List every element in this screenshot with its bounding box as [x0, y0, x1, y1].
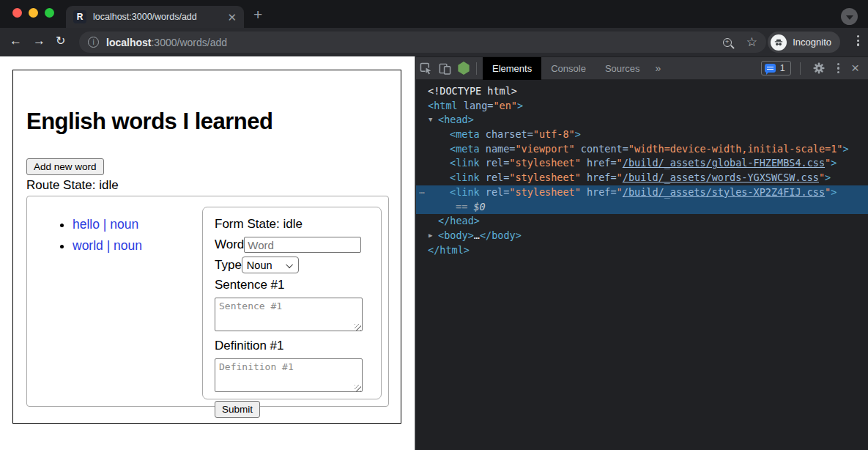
code-token-tag: >	[517, 100, 523, 111]
incognito-badge: Incognito	[768, 32, 840, 53]
devtools-tabs: ElementsConsoleSources	[483, 57, 650, 80]
code-token-tag: <body>	[438, 229, 474, 241]
collapse-arrow-icon[interactable]: ▼	[429, 113, 432, 128]
dom-node-selected[interactable]: …<link rel="stylesheet" href="/build/_as…	[416, 185, 868, 200]
word-label: Word	[215, 237, 244, 252]
code-token-attr: name=	[480, 143, 516, 155]
devtools-tab-sources[interactable]: Sources	[596, 57, 650, 80]
code-token-val: "	[825, 186, 831, 198]
maximize-window-button[interactable]	[45, 8, 54, 18]
browser-toolbar: ← → ↻ i localhost:3000/words/add + ☆ Inc…	[0, 28, 868, 56]
code-token-tag: <html	[428, 100, 458, 111]
forward-button[interactable]: →	[33, 34, 45, 48]
code-token-plain: <!DOCTYPE html>	[428, 85, 517, 97]
code-token-attr: href=	[581, 186, 617, 198]
code-token-eq2: $0	[473, 201, 485, 213]
back-button[interactable]: ←	[10, 34, 22, 48]
more-tabs-button[interactable]: »	[650, 62, 667, 74]
node-options-dots[interactable]: …	[419, 183, 425, 198]
dom-node-line[interactable]: </html>	[416, 243, 868, 258]
url-host: localhost	[106, 37, 151, 48]
page-viewport: English words I learned Add new word Rou…	[0, 56, 415, 450]
word-link[interactable]: world | noun	[73, 238, 142, 253]
expand-arrow-icon[interactable]: ▶	[429, 229, 432, 243]
minimize-window-button[interactable]	[29, 8, 38, 18]
code-token-val: "	[617, 157, 623, 169]
devtools-toolbar: ElementsConsoleSources » 1	[416, 57, 868, 80]
browser-menu-button[interactable]	[857, 35, 859, 46]
extension-hexagon-icon[interactable]	[454, 59, 473, 78]
devtools-menu-button[interactable]	[834, 63, 842, 73]
incognito-glyph	[774, 37, 784, 48]
add-new-word-button[interactable]: Add new word	[26, 158, 104, 175]
code-token-tag: </body>	[480, 229, 522, 241]
dom-node-line[interactable]: <!DOCTYPE html>	[416, 84, 868, 99]
code-token-tag: <meta	[450, 143, 480, 155]
type-select[interactable]: Noun	[242, 257, 299, 273]
code-token-tag: <link	[450, 186, 480, 198]
code-token-val: "utf-8"	[533, 128, 575, 140]
devtools-tab-elements[interactable]: Elements	[483, 57, 541, 80]
dom-node-line[interactable]: <html lang="en">	[416, 99, 868, 114]
dom-node-selected[interactable]: == $0	[416, 200, 868, 215]
address-bar[interactable]: i localhost:3000/words/add + ☆	[79, 32, 766, 53]
code-token-tag: <link	[450, 171, 480, 183]
sentence-textarea-wrap	[215, 321, 363, 333]
devtools-close-icon[interactable]: ×	[848, 61, 862, 76]
titlebar: R localhost:3000/words/add ✕ +	[0, 0, 868, 28]
messages-badge[interactable]: 1	[761, 61, 791, 75]
zoom-icon[interactable]: +	[723, 38, 732, 47]
code-token-val: "	[617, 186, 623, 198]
dom-node-line[interactable]: ▼<head>	[416, 113, 868, 128]
url-path: :3000/words/add	[151, 37, 227, 48]
app-container: English words I learned Add new word Rou…	[12, 70, 401, 424]
url-text: localhost:3000/words/add	[106, 37, 227, 48]
code-token-val: "	[819, 171, 825, 183]
dom-node-line[interactable]: <link rel="stylesheet" href="/build/_ass…	[416, 156, 868, 171]
dom-node-line[interactable]: </head>	[416, 214, 868, 229]
definition-textarea[interactable]	[215, 358, 363, 392]
chevron-down-icon	[286, 261, 293, 268]
word-link[interactable]: hello | noun	[73, 217, 138, 232]
code-token-tag: >	[575, 128, 581, 140]
code-token-link: /build/_assets/styles-XP2Z4FIJ.css	[623, 186, 825, 198]
reload-button[interactable]: ↻	[56, 34, 65, 48]
page-title: English words I learned	[26, 108, 272, 135]
site-info-icon[interactable]: i	[88, 37, 99, 48]
browser-tab[interactable]: R localhost:3000/words/add ✕	[66, 6, 244, 28]
dom-node-line[interactable]: <meta name="viewport" content="width=dev…	[416, 142, 868, 157]
browser-window: R localhost:3000/words/add ✕ + ← → ↻ i l…	[0, 0, 868, 450]
word-list-item: world | noun	[73, 238, 142, 254]
settings-gear-icon[interactable]	[809, 59, 828, 78]
submit-button[interactable]: Submit	[215, 401, 260, 418]
elements-dom-tree: <!DOCTYPE html><html lang="en">▼<head><m…	[416, 81, 868, 449]
sentence-label: Sentence #1	[215, 278, 369, 292]
dom-node-line[interactable]: <meta charset="utf-8">	[416, 128, 868, 142]
dom-node-line[interactable]: <link rel="stylesheet" href="/build/_ass…	[416, 171, 868, 185]
sentence-textarea[interactable]	[215, 298, 363, 331]
device-toolbar-icon[interactable]	[435, 59, 454, 78]
type-select-value: Noun	[247, 259, 272, 271]
chevron-down-icon	[846, 15, 853, 20]
code-token-attr: rel=	[480, 171, 510, 183]
close-window-button[interactable]	[12, 8, 22, 18]
new-tab-button[interactable]: +	[253, 6, 262, 23]
code-token-link: /build/_assets/words-YGXSWCSW.css	[623, 171, 819, 183]
inspect-element-icon[interactable]	[416, 59, 435, 78]
word-input[interactable]	[244, 237, 361, 253]
code-token-attr: rel=	[480, 157, 510, 169]
word-list: hello | nounworld | noun	[73, 217, 142, 259]
code-token-tag: >	[831, 186, 837, 198]
code-token-val: "en"	[493, 100, 517, 111]
devtools-tab-console[interactable]: Console	[541, 57, 596, 80]
toolbar-separator	[476, 62, 477, 75]
code-token-tag: <head>	[438, 114, 474, 125]
code-token-tag: <meta	[450, 128, 480, 140]
code-token-tag: <link	[450, 157, 480, 169]
tab-close-icon[interactable]: ✕	[227, 12, 237, 23]
code-token-val: "stylesheet"	[509, 171, 581, 183]
code-token-val: "viewport"	[515, 143, 574, 155]
tab-search-button[interactable]	[841, 8, 858, 25]
bookmark-star-icon[interactable]: ☆	[746, 34, 757, 50]
dom-node-line[interactable]: ▶<body>…</body>	[416, 229, 868, 243]
